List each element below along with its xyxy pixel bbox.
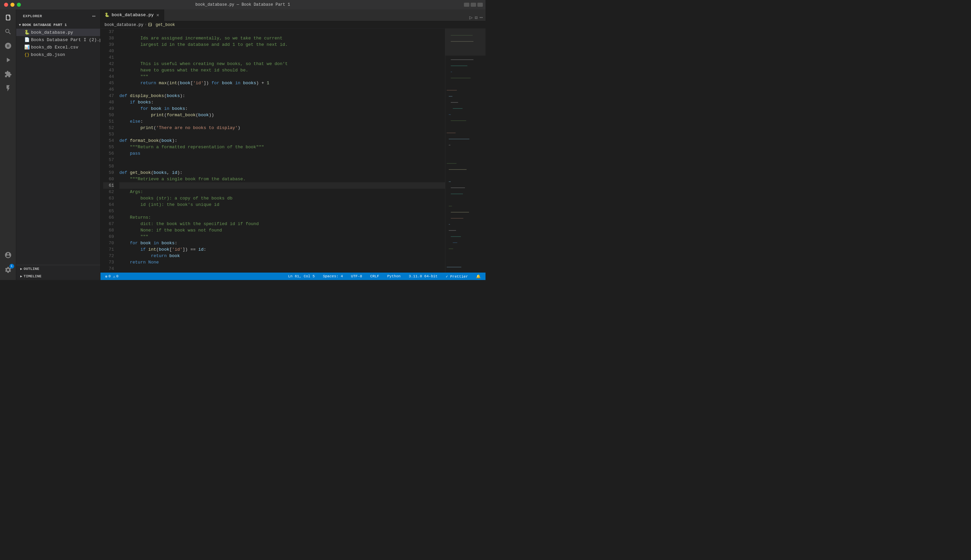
status-line-ending[interactable]: CRLF — [368, 274, 381, 278]
minimize-button[interactable] — [10, 3, 15, 7]
activity-source-control[interactable] — [2, 39, 15, 53]
status-encoding[interactable]: UTF-8 — [349, 274, 364, 278]
activity-bar: 1 — [0, 10, 16, 280]
titlebar: book_database.py — Book Database Part 1 — [0, 0, 486, 10]
file-item-books-pdf[interactable]: 📄 Books Database Part I (2).pdf — [16, 36, 100, 43]
status-errors[interactable]: ⊗ 0 ⚠ 0 — [103, 274, 120, 278]
maximize-button[interactable] — [17, 3, 21, 7]
checkmark-icon: ✓ — [446, 275, 450, 278]
activity-account[interactable] — [2, 248, 15, 262]
breadcrumb: book_database.py › fn get_book — [100, 21, 486, 28]
editor-area: 🐍 book_database.py ✕ ▷ ⊡ ⋯ book_database… — [100, 10, 486, 280]
status-notifications[interactable]: 🔔 — [474, 274, 483, 278]
status-language[interactable]: Python — [385, 274, 403, 278]
status-bar: ⊗ 0 ⚠ 0 Ln 61, Col 5 Spaces: 4 UTF-8 CRL… — [100, 273, 486, 280]
activity-testing[interactable] — [2, 82, 15, 95]
status-python-version[interactable]: 3.11.0 64-bit — [407, 274, 440, 278]
status-right: Ln 61, Col 5 Spaces: 4 UTF-8 CRLF Python… — [286, 274, 483, 278]
file-item-books-json[interactable]: {} books_db.json — [16, 51, 100, 58]
explorer-tree: ▼ BOOK DATABASE PART 1 🐍 book_database.p… — [16, 21, 100, 265]
status-left: ⊗ 0 ⚠ 0 — [103, 274, 120, 278]
sidebar-bottom: ▶ OUTLINE ▶ TIMELINE — [16, 265, 100, 280]
close-button[interactable] — [4, 3, 8, 7]
warning-count: 0 — [116, 274, 119, 278]
code-editor: 3738394041424344454647484950515253545556… — [100, 28, 486, 273]
new-file-button[interactable]: ⋯ — [91, 12, 96, 20]
window-title: book_database.py — Book Database Part 1 — [196, 2, 290, 7]
activity-search[interactable] — [2, 25, 15, 38]
pdf-icon: 📄 — [24, 37, 30, 42]
activity-explorer[interactable] — [2, 11, 15, 24]
activity-settings[interactable]: 1 — [2, 263, 15, 277]
csv-icon: 📊 — [24, 45, 30, 50]
outline-chevron: ▶ — [20, 267, 22, 271]
window-controls — [464, 3, 483, 7]
file-item-book-database-py[interactable]: 🐍 book_database.py — [16, 28, 100, 36]
timeline-chevron: ▶ — [20, 274, 22, 278]
sidebar-toggle[interactable] — [464, 3, 469, 7]
breadcrumb-file[interactable]: book_database.py — [105, 23, 143, 27]
more-actions[interactable] — [477, 3, 483, 7]
sidebar: EXPLORER ⋯ ▼ BOOK DATABASE PART 1 🐍 book… — [16, 10, 100, 280]
file-label: book_database.py — [31, 30, 73, 35]
breadcrumb-sep: › — [145, 23, 147, 27]
activity-extensions[interactable] — [2, 67, 15, 81]
code-content[interactable]: Ids are assigned incrementally, so we ta… — [118, 28, 445, 273]
editor-layout[interactable] — [471, 3, 476, 7]
section-chevron: ▼ — [19, 23, 21, 27]
tab-bar: 🐍 book_database.py ✕ ▷ ⊡ ⋯ — [100, 10, 486, 21]
run-code-button[interactable]: ▷ — [469, 14, 473, 21]
traffic-lights — [4, 3, 21, 7]
timeline-section[interactable]: ▶ TIMELINE — [16, 273, 100, 280]
minimap-canvas — [445, 28, 486, 273]
file-label: books_db.json — [31, 52, 65, 57]
outline-label: OUTLINE — [23, 267, 39, 271]
file-label: books_db Excel.csv — [31, 45, 78, 50]
sidebar-header: EXPLORER ⋯ — [16, 10, 100, 21]
tab-close-button[interactable]: ✕ — [156, 12, 160, 18]
timeline-label: TIMELINE — [23, 274, 42, 278]
warning-icon: ⚠ — [113, 274, 115, 278]
outline-section[interactable]: ▶ OUTLINE — [16, 265, 100, 273]
json-icon: {} — [24, 52, 30, 57]
settings-badge: 1 — [10, 264, 14, 268]
line-numbers: 3738394041424344454647484950515253545556… — [100, 28, 118, 273]
section-title: BOOK DATABASE PART 1 — [22, 23, 67, 27]
tab-book-database[interactable]: 🐍 book_database.py ✕ — [100, 10, 164, 21]
explorer-title: EXPLORER — [23, 14, 42, 18]
error-icon: ⊗ — [105, 274, 107, 278]
breadcrumb-function[interactable]: fn get_book — [148, 23, 175, 27]
activity-run[interactable] — [2, 53, 15, 67]
sidebar-header-actions: ⋯ — [91, 12, 96, 20]
more-editor-actions[interactable]: ⋯ — [480, 14, 483, 21]
error-count: 0 — [109, 274, 111, 278]
tab-label: book_database.py — [112, 12, 154, 18]
split-editor-button[interactable]: ⊡ — [475, 15, 477, 20]
tab-py-icon: 🐍 — [105, 12, 110, 18]
minimap[interactable] — [445, 28, 486, 273]
tree-section-root[interactable]: ▼ BOOK DATABASE PART 1 — [16, 21, 100, 28]
status-spaces[interactable]: Spaces: 4 — [321, 274, 345, 278]
file-label: Books Database Part I (2).pdf — [31, 37, 100, 42]
py-icon: 🐍 — [24, 30, 30, 35]
status-line-col[interactable]: Ln 61, Col 5 — [286, 274, 317, 278]
status-formatter[interactable]: ✓ Prettier — [444, 274, 470, 278]
svg-text:fn: fn — [149, 23, 151, 26]
file-item-books-csv[interactable]: 📊 books_db Excel.csv — [16, 43, 100, 51]
